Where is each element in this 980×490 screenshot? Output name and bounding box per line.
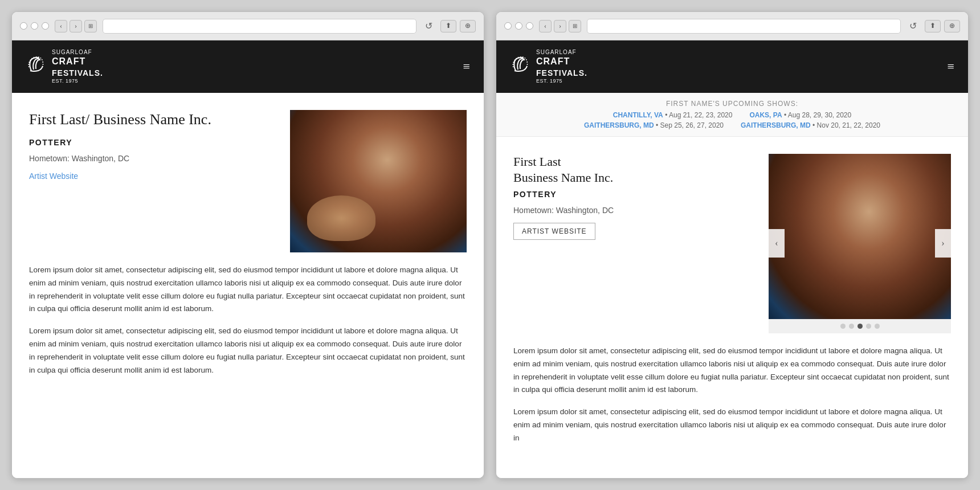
share-button-left[interactable]: ⬆: [440, 20, 456, 32]
traffic-light-close-right[interactable]: [504, 22, 512, 30]
artist-description-1-right: Lorem ipsum dolor sit amet, consectetur …: [513, 345, 951, 397]
artist-name-right: First Last Business Name Inc.: [513, 154, 757, 186]
share-button-right[interactable]: ⬆: [925, 20, 941, 32]
browser-chrome-left: ‹ › ⊞ ↺ ⬆ ⊕: [12, 12, 484, 40]
logo-text-left: SUGARLOAF CRAFT FESTIVALS. Est. 1975: [52, 48, 103, 85]
artist-website-link-left[interactable]: Artist Website: [29, 172, 78, 181]
artist-top-left: First Last/ Business Name Inc. POTTERY H…: [29, 110, 467, 252]
logo-left[interactable]: SUGARLOAF CRAFT FESTIVALS. Est. 1975: [26, 48, 103, 85]
forward-button-left[interactable]: ›: [70, 20, 82, 32]
show-dates-1: • Aug 21, 22, 23, 2020: [665, 111, 732, 119]
nav-buttons-left: ‹ › ⊞: [55, 20, 97, 32]
logo-text-right: SUGARLOAF CRAFT FESTIVALS. Est. 1975: [536, 48, 587, 85]
show-city-1[interactable]: CHANTILLY, VA: [613, 111, 663, 119]
tab-button-right[interactable]: ⊞: [569, 20, 581, 32]
artist-hometown-right: Hometown: Washington, DC: [513, 206, 757, 215]
traffic-light-maximize-right[interactable]: [526, 22, 533, 30]
traffic-light-close[interactable]: [20, 22, 27, 30]
back-button-right[interactable]: ‹: [539, 20, 552, 32]
hamburger-menu-left[interactable]: ≡: [463, 59, 470, 74]
artist-hometown-left: Hometown: Washington, DC: [29, 154, 279, 163]
address-bar-right[interactable]: [587, 19, 901, 34]
artist-top-right: First Last Business Name Inc. POTTERY Ho…: [513, 154, 951, 333]
show-city-2[interactable]: OAKS, PA: [749, 111, 782, 119]
artist-category-right: POTTERY: [513, 190, 757, 199]
artist-info-left: First Last/ Business Name Inc. POTTERY H…: [29, 110, 279, 252]
address-bar-left[interactable]: [103, 19, 416, 34]
dot-4[interactable]: [866, 324, 871, 329]
show-dates-4: • Nov 20, 21, 22, 2020: [812, 121, 880, 129]
artist-description-2-right: Lorem ipsum dolor sit amet, consectetur …: [513, 406, 951, 445]
nav-buttons-right: ‹ › ⊞: [539, 20, 581, 32]
image-nav-left[interactable]: ‹: [769, 229, 785, 258]
show-item-4: GAITHERSBURG, MD • Nov 20, 21, 22, 2020: [741, 121, 880, 129]
image-nav-right[interactable]: ›: [935, 229, 951, 258]
traffic-lights-left: [20, 22, 49, 30]
artist-image-right: ‹ ›: [769, 154, 951, 333]
artist-description-1-left: Lorem ipsum dolor sit amet, consectetur …: [29, 264, 467, 316]
back-button-left[interactable]: ‹: [55, 20, 67, 32]
upcoming-label: FIRST NAME'S UPCOMING SHOWS:: [510, 100, 954, 108]
upcoming-shows: FIRST NAME'S UPCOMING SHOWS: CHANTILLY, …: [496, 93, 968, 137]
show-row-1: CHANTILLY, VA • Aug 21, 22, 23, 2020 OAK…: [510, 111, 954, 119]
action-buttons-right: ⬆ ⊕: [925, 20, 960, 32]
traffic-light-maximize[interactable]: [42, 22, 49, 30]
logo-right[interactable]: SUGARLOAF CRAFT FESTIVALS. Est. 1975: [510, 48, 587, 85]
traffic-light-minimize-right[interactable]: [515, 22, 522, 30]
logo-icon-left: [26, 55, 46, 78]
bookmark-button-right[interactable]: ⊕: [944, 20, 960, 32]
show-item-3: GAITHERSBURG, MD • Sep 25, 26, 27, 2020: [584, 121, 724, 129]
action-buttons-left: ⬆ ⊕: [440, 20, 476, 32]
pottery-photo-left: [290, 110, 467, 252]
artist-section-right: First Last Business Name Inc. POTTERY Ho…: [496, 137, 968, 466]
artist-info-right: First Last Business Name Inc. POTTERY Ho…: [513, 154, 757, 333]
hamburger-menu-right[interactable]: ≡: [948, 59, 954, 74]
dot-3[interactable]: [858, 324, 863, 329]
dot-2[interactable]: [849, 324, 854, 329]
traffic-light-minimize[interactable]: [31, 22, 38, 30]
show-city-3[interactable]: GAITHERSBURG, MD: [584, 121, 654, 129]
bookmark-button-left[interactable]: ⊕: [460, 20, 476, 32]
browser-chrome-right: ‹ › ⊞ ↺ ⬆ ⊕: [496, 12, 968, 40]
traffic-lights-right: [504, 22, 533, 30]
artist-website-button[interactable]: ARTIST WEBSITE: [513, 223, 595, 240]
show-row-2: GAITHERSBURG, MD • Sep 25, 26, 27, 2020 …: [510, 121, 954, 129]
show-dates-2: • Aug 28, 29, 30, 2020: [784, 111, 851, 119]
forward-button-right[interactable]: ›: [554, 20, 566, 32]
dot-1[interactable]: [840, 324, 846, 329]
logo-icon-right: [510, 55, 530, 78]
site-nav-left: SUGARLOAF CRAFT FESTIVALS. Est. 1975 ≡: [12, 40, 484, 93]
show-city-4[interactable]: GAITHERSBURG, MD: [741, 121, 811, 129]
artist-section-left: First Last/ Business Name Inc. POTTERY H…: [12, 93, 484, 398]
site-nav-right: SUGARLOAF CRAFT FESTIVALS. Est. 1975 ≡: [496, 40, 968, 93]
show-item-2: OAKS, PA • Aug 28, 29, 30, 2020: [749, 111, 851, 119]
reload-button-left[interactable]: ↺: [422, 20, 435, 32]
left-browser-window: ‹ › ⊞ ↺ ⬆ ⊕: [11, 11, 484, 479]
image-dots: [769, 319, 951, 333]
pottery-photo-right: [769, 154, 951, 319]
reload-button-right[interactable]: ↺: [906, 20, 919, 32]
site-content-right: SUGARLOAF CRAFT FESTIVALS. Est. 1975 ≡ F…: [496, 40, 968, 478]
artist-name-left: First Last/ Business Name Inc.: [29, 110, 279, 129]
artist-description-2-left: Lorem ipsum dolor sit amet, consectetur …: [29, 325, 467, 377]
dot-5[interactable]: [875, 324, 880, 329]
artist-category-left: POTTERY: [29, 138, 279, 147]
tab-button-left[interactable]: ⊞: [84, 20, 97, 32]
site-content-left: SUGARLOAF CRAFT FESTIVALS. Est. 1975 ≡ F…: [12, 40, 484, 478]
right-browser-window: ‹ › ⊞ ↺ ⬆ ⊕: [496, 11, 969, 479]
show-dates-3: • Sep 25, 26, 27, 2020: [656, 121, 724, 129]
artist-image-left: [290, 110, 467, 252]
show-item-1: CHANTILLY, VA • Aug 21, 22, 23, 2020: [613, 111, 733, 119]
